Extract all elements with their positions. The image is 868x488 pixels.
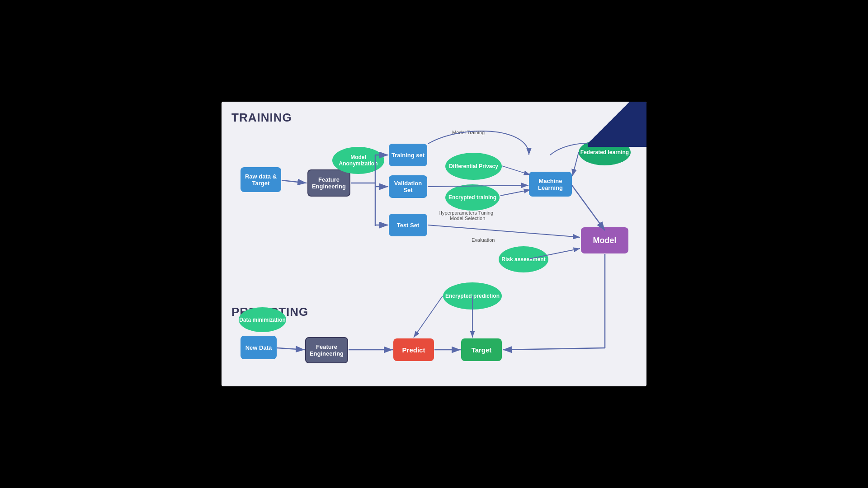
target-box: Target [461,338,502,361]
feature-engineering-predict-box: Feature Engineering [305,337,348,363]
svg-line-8 [572,152,579,176]
svg-line-9 [502,166,530,175]
new-data-box: New Data [241,336,277,359]
svg-line-16 [503,348,605,350]
model-training-label: Model Training [452,130,485,135]
training-label: TRAINING [231,111,292,125]
svg-line-12 [572,185,605,230]
feature-engineering-train-box: Feature Engineering [307,169,350,197]
svg-line-19 [277,348,305,350]
svg-line-18 [414,296,443,338]
federated-learning-ellipse: Federated learning [579,139,631,165]
machine-learning-box: Machine Learning [529,172,572,197]
validation-set-box: Validation Set [389,175,427,198]
test-set-box: Test Set [389,214,427,236]
raw-data-box: Raw data & Target [241,167,281,192]
encrypted-prediction-ellipse: Encrypted prediction [443,282,502,310]
risk-assessment-ellipse: Risk assessment [499,246,548,272]
training-set-box: Training set [389,144,427,166]
differential-privacy-ellipse: Differential Privacy [445,153,502,180]
evaluation-label: Evaluation [472,237,495,243]
hyperparameters-label: Hyperparameters Tuning [439,210,493,216]
slide: TRAINING PREDICTING Raw data & Target Fe… [222,102,646,386]
model-anonymization-ellipse: Model Anonymization [332,147,384,174]
svg-line-13 [428,225,580,237]
encrypted-training-ellipse: Encrypted training [445,184,500,211]
model-selection-label: Model Selection [450,216,485,221]
predict-box: Predict [393,338,434,361]
svg-line-2 [282,180,307,183]
model-box: Model [581,227,628,253]
data-minimization-ellipse: Data minimization [239,307,286,332]
svg-line-10 [500,190,530,196]
